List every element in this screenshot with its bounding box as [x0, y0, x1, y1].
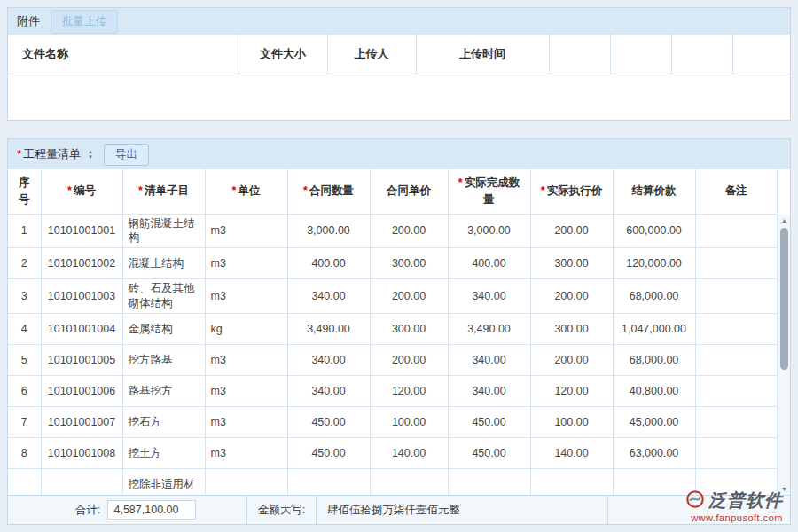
- cell-settlement: 68,000.00: [613, 345, 695, 376]
- cell-settlement: 68,000.00: [613, 279, 695, 314]
- table-row[interactable]: 610101001006路基挖方m3340.00120.00340.00120.…: [8, 376, 778, 407]
- cell-remark: [695, 279, 778, 314]
- boq-header-bar: *工程量清单 ▲▼ 导出: [8, 139, 790, 169]
- cell-code: 10101001008: [41, 438, 122, 469]
- cell-item: 砖、石及其他砌体结构: [122, 279, 205, 314]
- export-button[interactable]: 导出: [104, 144, 149, 166]
- table-row[interactable]: 110101001001钢筋混凝土结构m33,000.00200.003,000…: [8, 214, 778, 248]
- col-item: *清单子目: [122, 169, 205, 214]
- cell-settlement: 1,047,000.00: [613, 314, 695, 345]
- table-row[interactable]: 510101001005挖方路基m3340.00200.00340.00200.…: [8, 345, 778, 376]
- cell-actual-qty: 340.00: [448, 345, 530, 376]
- cell-contract-price: 200.00: [370, 279, 448, 314]
- required-mark: *: [17, 147, 21, 160]
- cell-actual-qty: 340.00: [448, 279, 530, 314]
- cell-unit: m3: [205, 407, 287, 438]
- cell-code: 10101001003: [41, 279, 122, 314]
- cell-settlement: 120,000.00: [613, 248, 695, 279]
- col-empty: [671, 35, 732, 74]
- cell-item: 金属结构: [122, 314, 205, 345]
- cell-code: [41, 469, 122, 496]
- page: 附件 批量上传 文件名称 文件大小 上传人 上传时间: [0, 0, 798, 532]
- amount-words-value: 肆佰伍拾捌万柒仟壹佰元整: [317, 496, 608, 524]
- cell-item: 挖土方: [122, 438, 205, 469]
- cell-item: 挖除非适用材: [122, 469, 205, 496]
- total-input[interactable]: [107, 500, 196, 520]
- batch-upload-button[interactable]: 批量上传: [51, 10, 118, 34]
- cell-unit: m3: [205, 214, 287, 248]
- scroll-thumb[interactable]: [780, 228, 788, 370]
- col-contract-qty: *合同数量: [287, 169, 370, 214]
- col-settlement: 结算价款: [613, 169, 695, 214]
- cell-contract-price: 100.00: [370, 407, 448, 438]
- cell-code: 10101001006: [41, 376, 122, 407]
- cell-contract-price: 200.00: [370, 345, 448, 376]
- table-row[interactable]: 310101001003砖、石及其他砌体结构m3340.00200.00340.…: [8, 279, 778, 314]
- cell-contract-qty: 340.00: [287, 376, 370, 407]
- col-actual-price: *实际执行价: [530, 169, 613, 214]
- col-upload-time: 上传时间: [416, 35, 549, 74]
- cell-actual-qty: 450.00: [448, 407, 530, 438]
- footer-total-cell: 合计:: [8, 496, 247, 524]
- cell-remark: [695, 314, 778, 345]
- scroll-down-icon[interactable]: ▼: [778, 483, 790, 495]
- table-row[interactable]: 710101001007挖石方m3450.00100.00450.00100.0…: [8, 407, 778, 438]
- cell-actual-price: 100.00: [530, 407, 613, 438]
- cell-settlement: 45,000.00: [613, 407, 695, 438]
- col-empty: [732, 35, 790, 74]
- cell-contract-price: 200.00: [370, 214, 448, 248]
- cell-seq: 7: [8, 407, 41, 438]
- cell-unit: m3: [205, 345, 287, 376]
- scroll-up-icon[interactable]: ▲: [778, 215, 790, 226]
- col-empty: [549, 35, 610, 74]
- col-actual-qty: *实际完成数量: [448, 169, 530, 214]
- cell-remark: [695, 214, 778, 248]
- col-seq: 序号: [8, 169, 41, 214]
- table-row[interactable]: 410101001004金属结构kg3,490.00300.003,490.00…: [8, 314, 778, 345]
- cell-unit: m3: [205, 376, 287, 407]
- cell-actual-price: 200.00: [530, 279, 613, 314]
- boq-header-row: 序号 *编号 *清单子目 *单位 *合同数量 合同单价 *实际完成数量 *实际执…: [8, 169, 778, 214]
- cell-contract-qty: 400.00: [287, 248, 370, 279]
- cell-contract-price: 120.00: [370, 376, 448, 407]
- cell-seq: 8: [8, 438, 41, 469]
- table-row[interactable]: 810101001008挖土方m3450.00140.00450.00140.0…: [8, 438, 778, 469]
- cell-code: 10101001002: [41, 248, 122, 279]
- cell-actual-price: 200.00: [530, 214, 613, 248]
- cell-contract-qty: 3,490.00: [287, 314, 370, 345]
- attachments-header-row: 文件名称 文件大小 上传人 上传时间: [8, 35, 790, 74]
- boq-table-area: 序号 *编号 *清单子目 *单位 *合同数量 合同单价 *实际完成数量 *实际执…: [8, 169, 790, 495]
- cell-seq: 1: [8, 214, 41, 248]
- col-unit: *单位: [205, 169, 287, 214]
- cell-code: 10101001004: [41, 314, 122, 345]
- cell-contract-qty: 450.00: [287, 438, 370, 469]
- cell-remark: [695, 248, 778, 279]
- table-row[interactable]: 挖除非适用材: [8, 469, 778, 496]
- cell-item: 挖石方: [122, 407, 205, 438]
- cell-actual-qty: 3,490.00: [448, 314, 530, 345]
- cell-actual-price: 120.00: [530, 376, 613, 407]
- boq-panel: *工程量清单 ▲▼ 导出 序号 *编号 *清单子目 *单位 *合: [7, 138, 791, 525]
- cell-actual-qty: 400.00: [448, 248, 530, 279]
- cell-actual-price: 300.00: [530, 248, 613, 279]
- cell-actual-qty: 340.00: [448, 376, 530, 407]
- cell-unit: [205, 469, 287, 496]
- cell-contract-qty: 340.00: [287, 279, 370, 314]
- cell-seq: 5: [8, 345, 41, 376]
- cell-code: 10101001007: [41, 407, 122, 438]
- sort-spinner-icon[interactable]: ▲▼: [88, 149, 93, 160]
- table-row[interactable]: 210101001002混凝土结构m3400.00300.00400.00300…: [8, 248, 778, 279]
- cell-contract-price: 300.00: [370, 248, 448, 279]
- cell-seq: 3: [8, 279, 41, 314]
- cell-actual-price: 300.00: [530, 314, 613, 345]
- cell-actual-qty: [448, 469, 530, 496]
- boq-title: *工程量清单: [17, 146, 81, 162]
- cell-actual-qty: 450.00: [448, 438, 530, 469]
- cell-unit: m3: [205, 438, 287, 469]
- cell-contract-price: 140.00: [370, 438, 448, 469]
- cell-actual-qty: 3,000.00: [448, 214, 530, 248]
- vertical-scrollbar[interactable]: ▲ ▼: [778, 215, 790, 495]
- boq-footer: 合计: 金额大写: 肆佰伍拾捌万柒仟壹佰元整: [8, 495, 790, 524]
- cell-code: 10101001005: [41, 345, 122, 376]
- cell-seq: [8, 469, 41, 496]
